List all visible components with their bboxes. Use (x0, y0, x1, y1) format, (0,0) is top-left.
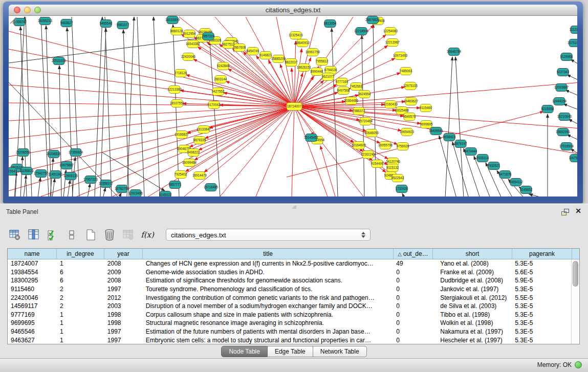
graph-node[interactable]: 11675312 (569, 155, 577, 162)
graph-node[interactable]: 16055213 (38, 17, 53, 25)
graph-edge[interactable] (100, 28, 106, 196)
graph-node[interactable]: 9522543 (391, 174, 404, 182)
graph-node[interactable]: 12218506 (354, 28, 369, 35)
graph-node[interactable]: 8215958 (541, 105, 554, 113)
table-cell[interactable]: 5.3E-5 (512, 302, 572, 310)
graph-node[interactable]: 9115460 (420, 104, 432, 112)
table-cell[interactable]: 1 (57, 337, 104, 344)
graph-node[interactable]: 2718126 (175, 70, 187, 77)
graph-node[interactable]: 7955812 (316, 58, 329, 65)
graph-edge[interactable] (72, 17, 79, 196)
graph-node[interactable]: 9227343 (557, 69, 570, 76)
table-cell[interactable]: 1997 (104, 286, 143, 293)
graph-edge[interactable] (68, 180, 70, 196)
citation-network-graph[interactable]: 1872400786601288912954182260589827508165… (9, 16, 577, 196)
graph-node[interactable]: 18724007 (287, 103, 302, 111)
graph-edge[interactable] (9, 31, 294, 106)
table-cell[interactable]: Estimation of the future numbers of pati… (143, 328, 394, 335)
graph-node[interactable]: 9115132 (386, 164, 399, 172)
graph-node[interactable]: 17359924 (69, 149, 83, 157)
graph-node[interactable]: 9699695 (420, 121, 433, 128)
table-cell[interactable]: 1 (57, 319, 104, 326)
graph-node[interactable]: 8471676 (499, 171, 512, 179)
graph-edge[interactable] (565, 90, 577, 98)
graph-node[interactable]: 16914479 (192, 172, 207, 180)
table-cell[interactable]: Wolkin et al. (1998) (432, 319, 512, 326)
graph-node[interactable]: 12975105 (403, 82, 418, 90)
graph-node[interactable]: 9621077 (322, 73, 335, 81)
graph-node[interactable]: 9474444 (465, 148, 477, 156)
graph-edge[interactable] (9, 106, 294, 157)
splitter-handle-icon[interactable] (292, 205, 297, 209)
table-cell[interactable]: 0 (393, 269, 432, 276)
graph-node[interactable]: 16543382 (186, 40, 201, 48)
graph-node[interactable]: 16782759 (115, 185, 129, 193)
table-cell[interactable]: 1 (57, 260, 104, 267)
table-cell[interactable]: 1 (57, 311, 104, 318)
table-cell[interactable]: de Silva et al. (2003) (432, 302, 512, 310)
graph-node[interactable]: 9129966 (560, 53, 573, 61)
graph-node[interactable]: 28876820 (365, 16, 380, 24)
graph-node[interactable]: 10646050 (364, 129, 379, 137)
table-cell[interactable]: 1997 (104, 337, 143, 344)
graph-edge[interactable] (294, 106, 577, 128)
graph-edge[interactable] (67, 28, 73, 196)
graph-node[interactable]: 16099484 (182, 159, 197, 167)
graph-edge[interactable] (567, 135, 577, 142)
graph-node[interactable]: 18626151 (297, 64, 312, 72)
table-cell[interactable]: 14569117 (8, 302, 57, 310)
column-header-short[interactable]: short (433, 249, 512, 259)
graph-node[interactable]: 20364486 (344, 97, 359, 105)
table-cell[interactable]: 0 (393, 328, 432, 335)
graph-node[interactable]: 8660128 (170, 28, 183, 35)
table-cell[interactable]: 18300295 (8, 277, 57, 284)
graph-node[interactable]: 9938923 (443, 134, 456, 141)
function-builder-button[interactable]: f(x) (141, 228, 154, 242)
table-cell[interactable]: 19384554 (8, 269, 57, 276)
graph-edge[interactable] (402, 193, 404, 196)
graph-node[interactable]: 12444154 (552, 98, 567, 105)
table-cell[interactable]: 0 (393, 302, 432, 310)
graph-edge[interactable] (220, 106, 294, 196)
graph-edge[interactable] (20, 157, 23, 196)
float-panel-icon[interactable] (561, 208, 570, 216)
table-cell[interactable]: 2008 (104, 260, 143, 267)
graph-node[interactable]: 15885209 (271, 55, 286, 63)
graph-node[interactable]: 11156823 (19, 167, 34, 175)
graph-node[interactable]: 22420046 (181, 53, 196, 61)
table-cell[interactable]: 9463627 (8, 337, 57, 344)
graph-edge[interactable] (194, 106, 294, 160)
graph-node[interactable]: 20206535 (47, 150, 61, 158)
graph-node[interactable]: 13133847 (197, 126, 211, 134)
table-cell[interactable]: Dudbridge et al. (2008) (432, 277, 512, 284)
graph-node[interactable]: 9465546 (100, 20, 113, 28)
graph-node[interactable]: 9857771 (169, 181, 182, 189)
table-cell[interactable]: Embryonic stem cells: a model to study s… (143, 337, 394, 344)
table-cell[interactable]: Franke et al. (2009) (432, 269, 512, 276)
graph-edge[interactable] (103, 188, 105, 196)
table-cell[interactable]: 9465546 (8, 328, 57, 335)
minimize-window-button[interactable] (24, 7, 31, 13)
graph-edge[interactable] (9, 106, 294, 121)
table-cell[interactable]: Jankovic et al. (1997) (432, 286, 512, 293)
table-cell[interactable]: 6 (57, 277, 104, 284)
graph-node[interactable]: 15692991 (556, 128, 571, 136)
graph-node[interactable]: 9498222 (187, 149, 200, 157)
table-cell[interactable]: Nakamura et al. (1997) (432, 328, 512, 335)
graph-edge[interactable] (88, 184, 90, 196)
table-row[interactable]: 1872400712008Changes of HCN gene express… (8, 259, 572, 268)
graph-node[interactable]: 18107551 (170, 100, 185, 107)
new-column-button[interactable] (84, 228, 97, 242)
table-cell[interactable]: 0 (393, 337, 432, 344)
graph-node[interactable]: 8454749 (247, 48, 259, 55)
graph-node[interactable]: 2935114 (476, 155, 489, 162)
graph-edge[interactable] (320, 146, 335, 196)
table-cell[interactable]: 5.3E-5 (512, 286, 572, 293)
table-cell[interactable]: 5.5E-5 (512, 294, 572, 301)
graph-node[interactable]: 7925402 (175, 171, 187, 179)
graph-node[interactable]: 12160433 (383, 101, 398, 108)
graph-node[interactable]: 7462661 (350, 83, 363, 91)
graph-node[interactable]: 15145451 (304, 134, 319, 142)
graph-edge[interactable] (563, 104, 577, 112)
table-cell[interactable]: 0 (393, 311, 432, 318)
